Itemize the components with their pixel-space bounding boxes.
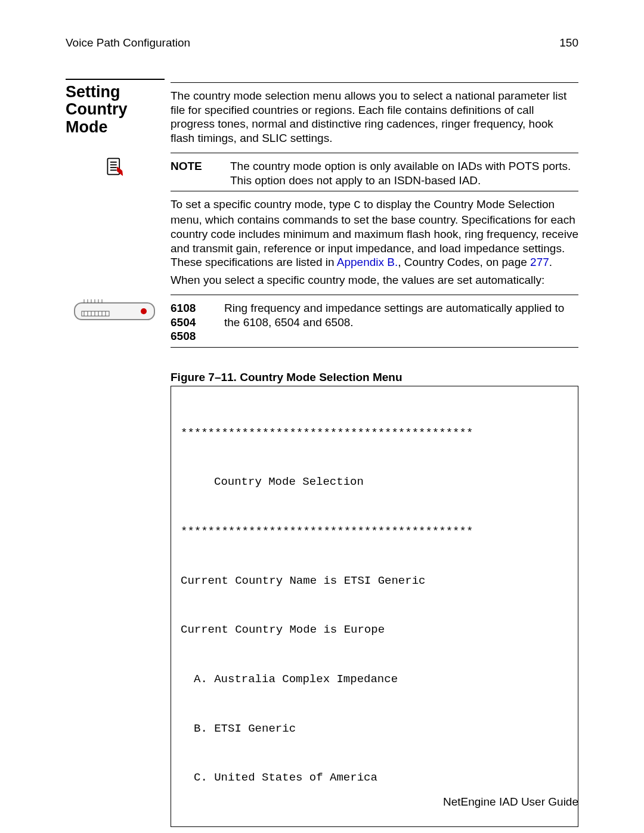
auto-paragraph: When you select a specific country mode,… <box>171 273 578 287</box>
model-6108: 6108 <box>171 301 206 315</box>
note-block: NOTE The country mode option is only ava… <box>171 159 578 188</box>
rule <box>171 191 578 191</box>
svg-rect-0 <box>107 158 119 174</box>
terminal-line: ****************************************… <box>181 425 568 442</box>
model-text: Ring frequency and impedance settings ar… <box>224 301 578 343</box>
note-icon <box>66 156 165 178</box>
country-mode-paragraph: To set a specific country mode, type C t… <box>171 197 578 270</box>
model-6508: 6508 <box>171 329 206 343</box>
model-6504: 6504 <box>171 315 206 330</box>
text: , Country Codes, on page <box>398 256 530 268</box>
header-right: 150 <box>559 36 578 50</box>
terminal-title: Country Mode Selection <box>181 474 568 491</box>
appendix-b-link[interactable]: Appendix B. <box>337 256 398 268</box>
note-label: NOTE <box>171 159 212 188</box>
model-row: 6108 6504 6508 Ring frequency and impeda… <box>171 301 578 343</box>
figure-caption: Figure 7–11. Country Mode Selection Menu <box>171 370 578 385</box>
rule <box>171 82 578 83</box>
device-icon <box>66 298 165 326</box>
section-rule <box>66 79 165 80</box>
text: . <box>549 256 552 268</box>
terminal-output: ****************************************… <box>171 386 578 827</box>
terminal-line: Current Country Name is ETSI Generic <box>181 573 568 590</box>
terminal-option-b: B. ETSI Generic <box>181 721 568 738</box>
section-title: Setting Country Mode <box>66 83 165 137</box>
svg-point-20 <box>141 308 147 314</box>
key-c: C <box>354 199 360 212</box>
rule <box>171 347 578 348</box>
terminal-line: ****************************************… <box>181 524 568 540</box>
rule <box>171 295 578 295</box>
terminal-option-c: C. United States of America <box>181 770 568 786</box>
terminal-line: Current Country Mode is Europe <box>181 622 568 639</box>
text: To set a specific country mode, type <box>171 198 354 210</box>
footer: NetEngine IAD User Guide <box>443 795 578 809</box>
rule <box>171 153 578 153</box>
running-header: Voice Path Configuration 150 <box>66 36 578 50</box>
page-277-link[interactable]: 277 <box>530 256 549 268</box>
terminal-option-a: A. Australia Complex Impedance <box>181 671 568 688</box>
intro-paragraph: The country mode selection menu allows y… <box>171 89 578 145</box>
model-labels: 6108 6504 6508 <box>171 301 206 343</box>
header-left: Voice Path Configuration <box>66 36 190 50</box>
note-text: The country mode option is only availabl… <box>230 159 578 188</box>
svg-rect-6 <box>82 311 109 316</box>
page: Voice Path Configuration 150 Setting Cou… <box>0 0 644 833</box>
